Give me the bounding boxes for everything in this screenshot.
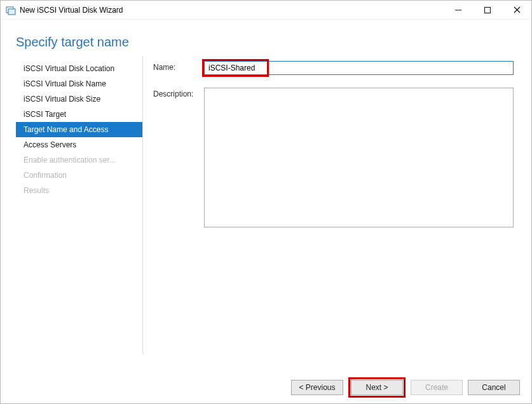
titlebar: New iSCSI Virtual Disk Wizard [1, 1, 531, 20]
step-target-name-and-access[interactable]: Target Name and Access [16, 122, 142, 137]
svg-rect-1 [8, 9, 15, 15]
name-label: Name: [153, 61, 204, 75]
target-name-input[interactable] [204, 61, 514, 75]
step-results: Results [16, 183, 142, 198]
step-iscsi-target[interactable]: iSCSI Target [16, 107, 142, 122]
step-enable-authentication: Enable authentication ser... [16, 152, 142, 168]
minimize-button[interactable] [444, 1, 473, 19]
wizard-footer: < Previous Next > Create Cancel [1, 372, 531, 403]
step-confirmation: Confirmation [16, 168, 142, 183]
next-button[interactable]: Next > [351, 380, 403, 395]
step-iscsi-virtual-disk-size[interactable]: iSCSI Virtual Disk Size [16, 91, 142, 107]
page-header: Specify target name [1, 20, 531, 56]
step-iscsi-virtual-disk-name[interactable]: iSCSI Virtual Disk Name [16, 76, 142, 91]
app-icon [6, 5, 16, 15]
next-highlight-box: Next > [348, 377, 406, 398]
svg-rect-3 [485, 7, 491, 13]
step-iscsi-virtual-disk-location[interactable]: iSCSI Virtual Disk Location [16, 61, 142, 76]
description-label: Description: [153, 88, 204, 229]
name-row: Name: [153, 61, 514, 75]
cancel-button[interactable]: Cancel [468, 380, 520, 395]
wizard-content: Name: Description: [143, 56, 531, 354]
wizard-body: iSCSI Virtual Disk Location iSCSI Virtua… [1, 56, 531, 354]
wizard-steps-sidebar: iSCSI Virtual Disk Location iSCSI Virtua… [16, 56, 143, 354]
close-button[interactable] [502, 1, 531, 19]
description-row: Description: [153, 88, 514, 229]
previous-button[interactable]: < Previous [291, 380, 343, 395]
step-access-servers[interactable]: Access Servers [16, 137, 142, 152]
page-title: Specify target name [16, 35, 531, 50]
window-title: New iSCSI Virtual Disk Wizard [20, 6, 123, 15]
maximize-button[interactable] [473, 1, 502, 19]
target-description-input[interactable] [204, 88, 514, 227]
create-button: Create [411, 380, 463, 395]
window-controls [444, 1, 531, 19]
